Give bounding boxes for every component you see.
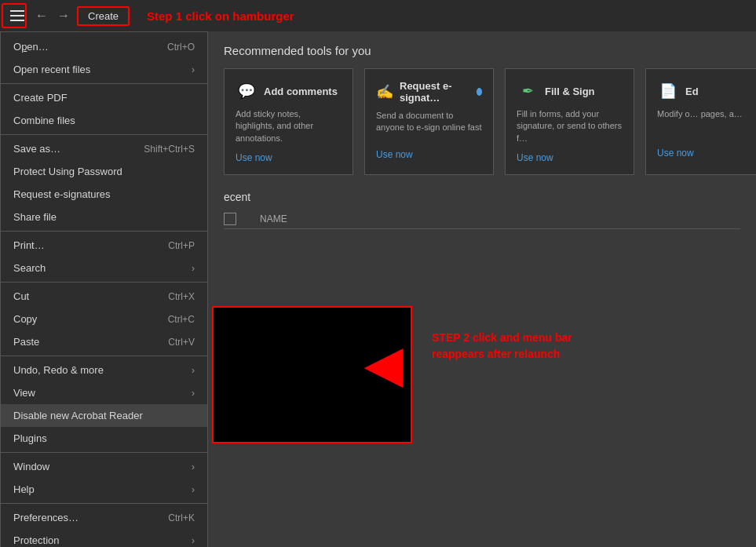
menu-separator-6 xyxy=(1,452,207,453)
dropdown-menu: Open… Ctrl+O Open recent files › Create … xyxy=(0,31,208,547)
menu-separator-4 xyxy=(1,282,207,283)
recommended-section: Recommended tools for you 💬 Add comments… xyxy=(208,31,756,183)
use-now-fill-sign[interactable]: Use now xyxy=(517,152,623,163)
main-content: Recommended tools for you 💬 Add comments… xyxy=(208,31,756,547)
menu-separator-5 xyxy=(1,356,207,356)
menu-separator-3 xyxy=(1,231,207,232)
tool-card-header-esign: ✍ Request e-signat… xyxy=(376,80,482,104)
menu-item-plugins[interactable]: Plugins xyxy=(1,427,207,450)
add-comments-icon: 💬 xyxy=(236,80,257,102)
tool-title-fill-sign: Fill & Sign xyxy=(545,86,595,97)
nav-forward-button[interactable]: → xyxy=(55,7,72,24)
tool-title-esign: Request e-signat… xyxy=(400,80,469,104)
edit-icon: 📄 xyxy=(657,80,679,102)
tool-card-header-fill-sign: ✒ Fill & Sign xyxy=(517,80,623,102)
menu-item-preferences[interactable]: Preferences… Ctrl+K xyxy=(1,506,207,529)
menu-item-disable-acrobat[interactable]: Disable new Acrobat Reader xyxy=(1,404,207,427)
menu-item-print[interactable]: Print… Ctrl+P xyxy=(1,234,207,257)
tool-desc-fill-sign: Fill in forms, add your signature, or se… xyxy=(517,108,623,144)
menu-item-combine-files[interactable]: Combine files xyxy=(1,109,207,132)
recent-title: ecent xyxy=(224,191,740,203)
tool-card-header-edit: 📄 Ed xyxy=(657,80,756,102)
menu-separator-2 xyxy=(1,134,207,135)
nav-back-button[interactable]: ← xyxy=(33,7,50,24)
select-all-checkbox[interactable] xyxy=(224,213,236,225)
tool-title-add-comments: Add comments xyxy=(264,86,338,97)
step1-annotation: Step 1 click on hamburger xyxy=(147,9,294,23)
menu-item-undo-redo[interactable]: Undo, Redo & more › xyxy=(1,359,207,381)
menu-item-search[interactable]: Search › xyxy=(1,257,207,279)
tool-desc-esign: Send a document to anyone to e-sign onli… xyxy=(376,110,482,141)
tool-card-header: 💬 Add comments xyxy=(236,80,341,102)
tool-title-edit: Ed xyxy=(685,86,699,97)
esign-badge xyxy=(477,88,482,96)
tools-grid: 💬 Add comments Add sticky notes, highlig… xyxy=(224,68,740,175)
tool-card-add-comments: 💬 Add comments Add sticky notes, highlig… xyxy=(224,68,353,175)
recommended-title: Recommended tools for you xyxy=(224,44,740,57)
menu-item-share-file[interactable]: Share file xyxy=(1,206,207,228)
menu-item-paste[interactable]: Paste Ctrl+V xyxy=(1,330,207,353)
menu-item-help[interactable]: Help › xyxy=(1,478,207,501)
use-now-add-comments[interactable]: Use now xyxy=(236,152,341,163)
menu-item-window[interactable]: Window › xyxy=(1,455,207,478)
use-now-edit[interactable]: Use now xyxy=(657,148,756,159)
col-name-header: NAME xyxy=(260,213,287,224)
menu-item-view[interactable]: View › xyxy=(1,381,207,404)
tool-desc-add-comments: Add sticky notes, highlights, and other … xyxy=(236,108,341,144)
menu-item-request-esignatures[interactable]: Request e-signatures xyxy=(1,183,207,206)
tool-card-edit: 📄 Ed Modify o… pages, a… Use now xyxy=(645,68,756,175)
recent-section: ecent NAME xyxy=(208,183,756,237)
menu-separator-7 xyxy=(1,503,207,504)
menu-item-create-pdf[interactable]: Create PDF xyxy=(1,86,207,109)
hamburger-highlight xyxy=(2,3,27,28)
menu-item-protection[interactable]: Protection › xyxy=(1,529,207,547)
menu-item-save-as[interactable]: Save as… Shift+Ctrl+S xyxy=(1,137,207,160)
use-now-esign[interactable]: Use now xyxy=(376,149,482,160)
create-button[interactable]: Create xyxy=(77,6,130,26)
menu-item-copy[interactable]: Copy Ctrl+C xyxy=(1,308,207,330)
menu-item-open-recent[interactable]: Open recent files › xyxy=(1,58,207,81)
menu-item-cut[interactable]: Cut Ctrl+X xyxy=(1,285,207,308)
top-bar: ← → Create Step 1 click on hamburger xyxy=(0,0,756,31)
menu-item-protect-password[interactable]: Protect Using Password xyxy=(1,160,207,183)
step2-annotation: STEP 2 click and menu bar reappears afte… xyxy=(432,330,612,363)
tool-card-fill-sign: ✒ Fill & Sign Fill in forms, add your si… xyxy=(505,68,634,175)
fill-sign-icon: ✒ xyxy=(517,80,539,102)
request-esign-icon: ✍ xyxy=(376,81,393,103)
recent-table-header: NAME xyxy=(224,210,740,229)
menu-separator-1 xyxy=(1,83,207,84)
left-arrow-icon: ◀ xyxy=(365,337,401,392)
tool-card-request-esign: ✍ Request e-signat… Send a document to a… xyxy=(364,68,494,175)
tool-desc-edit: Modify o… pages, a… xyxy=(657,108,756,140)
menu-item-open[interactable]: Open… Ctrl+O xyxy=(1,35,207,58)
